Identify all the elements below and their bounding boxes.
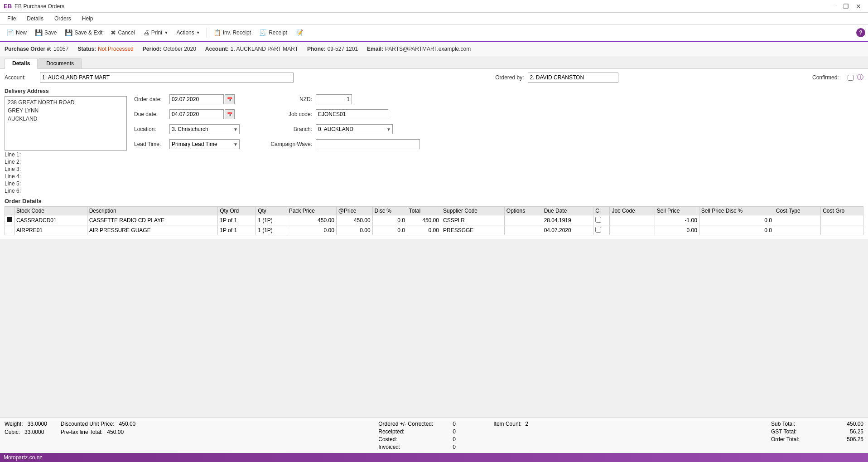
row1-total: 450.00 [407, 215, 441, 225]
inv-receipt-button[interactable]: 📋 Inv. Receipt [210, 28, 255, 38]
maximize-button[interactable]: ❐ [840, 1, 852, 11]
nzd-input[interactable] [316, 94, 352, 104]
actions-label: Actions [176, 29, 194, 36]
col-cost-gro: Cost Gro [821, 207, 863, 215]
due-date-calendar-button[interactable]: 📅 [225, 109, 235, 119]
close-button[interactable]: ✕ [853, 1, 864, 11]
branch-row: Branch: 0. AUCKLAND 1. WELLINGTON 2. CHR… [267, 124, 420, 134]
row1-due-date: 28.04.1919 [542, 215, 593, 225]
order-date-row: Order date: 📅 [134, 94, 240, 104]
item-count-section: Item Count: 2 [493, 421, 528, 427]
col-c: C [593, 207, 610, 215]
row1-description: CASSETTE RADIO CD PLAYE [87, 215, 218, 225]
new-label: New [16, 29, 27, 36]
ordered-by-input[interactable] [528, 73, 618, 83]
col-at-price: @Price [336, 207, 372, 215]
new-icon: 📄 [6, 29, 14, 36]
order-details-section: Order Details Stock Code Description Qty… [5, 198, 863, 235]
row2-c [593, 225, 610, 235]
tab-details[interactable]: Details [5, 58, 38, 69]
order-date-input[interactable] [169, 94, 224, 104]
col-stock-code: Stock Code [14, 207, 87, 215]
lead-time-select[interactable]: Primary Lead Time Secondary Lead Time [169, 139, 240, 149]
campaign-wave-label: Campaign Wave: [267, 141, 312, 147]
email-value: PARTS@PARTMART.example.com [385, 46, 471, 52]
menu-help[interactable]: Help [77, 15, 98, 23]
period-value: October 2020 [163, 46, 196, 52]
print-label: Print [151, 29, 163, 36]
due-date-input[interactable] [169, 109, 224, 119]
account-input[interactable] [40, 73, 294, 83]
cancel-label: Cancel [118, 29, 135, 36]
print-icon: 🖨 [143, 29, 149, 36]
pretax-value: 450.00 [107, 429, 124, 435]
row2-disc-pct: 0.0 [372, 225, 407, 235]
row1-stock-code: CASSRADCD01 [14, 215, 87, 225]
job-code-input[interactable] [316, 109, 388, 119]
location-select[interactable]: 3. Christchurch 1. Auckland 2. Wellingto… [169, 124, 240, 134]
gst-total-value: 56.25 [827, 428, 863, 435]
row1-c-checkbox[interactable] [595, 217, 601, 223]
confirmed-checkbox[interactable] [848, 75, 854, 81]
save-exit-icon: 💾 [65, 29, 72, 36]
ordered-by-label: Ordered by: [488, 74, 524, 81]
order-total-label: Order Total: [771, 436, 825, 443]
col-supplier-code: Supplier Code [441, 207, 504, 215]
weight-label: Weight: [5, 421, 23, 427]
location-row: Location: 3. Christchurch 1. Auckland 2.… [134, 124, 240, 134]
receipted-value: 0 [453, 428, 480, 435]
cubic-value: 33.0000 [24, 429, 44, 435]
toolbar-separator [207, 28, 207, 38]
tab-documents[interactable]: Documents [39, 58, 82, 68]
menu-details[interactable]: Details [22, 15, 48, 23]
cancel-button[interactable]: ✖ Cancel [107, 28, 138, 38]
receipt-button[interactable]: 🧾 Receipt [256, 28, 291, 38]
app-logo: EB [4, 3, 12, 10]
actions-button[interactable]: Actions ▼ [173, 28, 203, 37]
table-row[interactable]: CASSRADCD01 CASSETTE RADIO CD PLAYE 1P o… [5, 215, 863, 225]
menu-file[interactable]: File [3, 15, 20, 23]
help-icon[interactable]: ? [856, 28, 865, 37]
order-date-calendar-button[interactable]: 📅 [225, 94, 235, 104]
address-line2: GREY LYNN [8, 107, 124, 115]
save-exit-button[interactable]: 💾 Save & Exit [61, 28, 106, 38]
toolbar: 📄 New 💾 Save 💾 Save & Exit ✖ Cancel 🖨 Pr… [0, 24, 868, 42]
new-button[interactable]: 📄 New [3, 28, 30, 38]
row2-c-checkbox[interactable] [595, 227, 601, 233]
notes-button[interactable]: 📝 [292, 28, 307, 38]
row2-total: 0.00 [407, 225, 441, 235]
col-pack-price: Pack Price [287, 207, 336, 215]
row2-pack-price: 0.00 [287, 225, 336, 235]
branch-select[interactable]: 0. AUCKLAND 1. WELLINGTON 2. CHRISTCHURC… [316, 124, 393, 134]
minimize-button[interactable]: — [827, 1, 839, 11]
col-job-code: Job Code [610, 207, 655, 215]
receipt-label: Receipt [269, 29, 287, 36]
costed-value: 0 [453, 436, 480, 443]
cubic-label: Cubic: [5, 429, 20, 435]
line5-label: Line 5: [5, 180, 32, 187]
cancel-icon: ✖ [111, 29, 116, 36]
confirmed-info-icon: ⓘ [857, 73, 863, 82]
print-button[interactable]: 🖨 Print ▼ [140, 28, 172, 38]
col-total: Total [407, 207, 441, 215]
order-total-value: 506.25 [827, 436, 863, 443]
lead-time-label: Lead Time: [134, 141, 166, 147]
campaign-wave-input[interactable] [316, 139, 420, 149]
po-label: Purchase Order #: [5, 46, 52, 52]
col-indicator [5, 207, 14, 215]
job-code-label: Job code: [267, 111, 312, 117]
weight-value: 33.0000 [27, 421, 47, 427]
save-button[interactable]: 💾 Save [31, 28, 60, 38]
menu-orders[interactable]: Orders [50, 15, 76, 23]
invoiced-label: Invoiced: [378, 444, 451, 450]
due-date-label: Due date: [134, 111, 166, 117]
table-row[interactable]: AIRPRE01 AIR PRESSURE GUAGE 1P of 1 1 (1… [5, 225, 863, 235]
sub-total-label: Sub Total: [771, 421, 825, 427]
receipted-label: Receipted: [378, 428, 451, 435]
row2-cost-type [774, 225, 820, 235]
location-label: Location: [134, 126, 166, 132]
phone-label: Phone: [307, 46, 326, 52]
costed-label: Costed: [378, 436, 451, 443]
row1-pack-price: 450.00 [287, 215, 336, 225]
print-dropdown-icon: ▼ [164, 30, 168, 35]
